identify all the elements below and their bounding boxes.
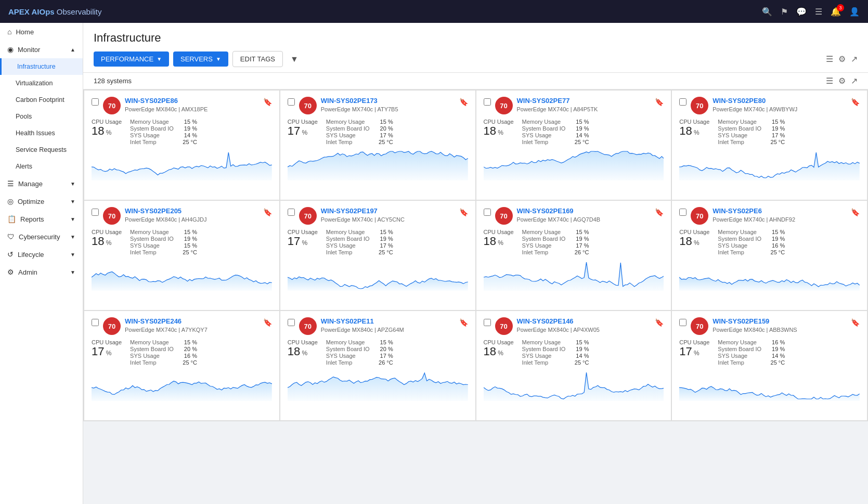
server-name[interactable]: WIN-SYS02PE173 [321, 97, 455, 106]
tag-icon[interactable]: 🔖 [655, 98, 664, 106]
performance-button[interactable]: PERFORMANCE ▼ [94, 51, 169, 67]
sidebar-item-monitor[interactable]: ◉ Monitor ▲ [0, 41, 83, 58]
sparkline-chart [288, 260, 468, 291]
sidebar-item-pools[interactable]: Pools [0, 108, 83, 125]
tag-icon[interactable]: 🔖 [851, 318, 860, 327]
edit-tags-button[interactable]: EDIT TAGS [232, 51, 283, 67]
server-card-grid: 70 WIN-SYS02PE86 PowerEdge MX840c | AMX1… [83, 89, 868, 421]
sidebar-item-home[interactable]: ⌂ Home [0, 23, 83, 41]
grid-list-toggle[interactable]: ☰ [826, 76, 833, 86]
sidebar-item-health-issues[interactable]: Health Issues [0, 125, 83, 141]
sidebar-item-cybersecurity[interactable]: 🛡 Cybersecurity ▼ [0, 228, 83, 245]
chevron-down-icon-5: ▼ [70, 252, 75, 257]
sidebar-item-service-requests[interactable]: Service Requests [0, 141, 83, 158]
metric-value: 15 % [576, 339, 589, 345]
tag-icon[interactable]: 🔖 [655, 208, 664, 216]
tag-icon[interactable]: 🔖 [851, 98, 860, 106]
filter-button[interactable]: ▼ [287, 53, 302, 66]
sidebar-item-optimize[interactable]: ◎ Optimize ▼ [0, 192, 83, 210]
card-checkbox[interactable] [288, 98, 295, 106]
tag-icon[interactable]: 🔖 [263, 318, 272, 327]
tag-icon[interactable]: 🔖 [851, 208, 860, 216]
sidebar-item-lifecycle[interactable]: ↺ Lifecycle ▼ [0, 245, 83, 263]
card-checkbox[interactable] [92, 209, 99, 216]
server-card[interactable]: 70 WIN-SYS02PE11 PowerEdge MX840c | APZG… [280, 311, 475, 420]
list-view-button[interactable]: ☰ [826, 54, 833, 64]
server-name[interactable]: WIN-SYS02PE246 [125, 317, 259, 326]
server-card[interactable]: 70 WIN-SYS02PE77 PowerEdge MX740c | A84P… [476, 91, 671, 200]
server-card[interactable]: 70 WIN-SYS02PE159 PowerEdge MX840c | ABB… [672, 311, 867, 420]
chart-area [92, 381, 272, 401]
server-name[interactable]: WIN-SYS02PE205 [125, 207, 259, 216]
tag-icon[interactable]: 🔖 [459, 98, 468, 106]
server-name[interactable]: WIN-SYS02PE169 [517, 207, 651, 216]
sidebar-item-alerts[interactable]: Alerts [0, 158, 83, 175]
card-header: 70 WIN-SYS02PE169 PowerEdge MX740c | AGQ… [484, 207, 664, 225]
server-name[interactable]: WIN-SYS02PE86 [125, 97, 259, 106]
tag-icon[interactable]: 🔖 [459, 318, 468, 327]
card-checkbox[interactable] [484, 209, 491, 216]
sidebar-item-carbon-footprint[interactable]: Carbon Footprint [0, 92, 83, 108]
metric-label: SYS Usage [718, 132, 747, 138]
server-name[interactable]: WIN-SYS02PE146 [517, 317, 651, 326]
share-button[interactable]: ↗ [851, 76, 858, 86]
card-header: 70 WIN-SYS02PE86 PowerEdge MX840c | AMX1… [92, 97, 272, 114]
metric-value: 20 % [380, 346, 393, 352]
card-checkbox[interactable] [92, 319, 99, 326]
sidebar-item-virtualization[interactable]: Virtualization [0, 75, 83, 92]
server-name[interactable]: WIN-SYS02PE159 [712, 317, 847, 326]
chat-icon[interactable]: 💬 [796, 7, 807, 17]
chevron-up-icon: ▲ [70, 47, 75, 53]
sidebar-item-manage[interactable]: ☰ Manage ▼ [0, 175, 83, 192]
server-name[interactable]: WIN-SYS02PE6 [712, 207, 847, 216]
card-checkbox[interactable] [484, 98, 491, 106]
card-checkbox[interactable] [484, 319, 491, 326]
server-card[interactable]: 70 WIN-SYS02PE197 PowerEdge MX740c | ACY… [280, 201, 475, 310]
server-model: PowerEdge MX840c | APZG64M [321, 327, 455, 333]
tag-icon[interactable]: 🔖 [263, 208, 272, 216]
metric-label: Inlet Temp [522, 359, 549, 366]
list-icon[interactable]: ☰ [815, 7, 822, 17]
sidebar-item-admin[interactable]: ⚙ Admin ▼ [0, 263, 83, 281]
server-card[interactable]: 70 WIN-SYS02PE173 PowerEdge MX740c | ATY… [280, 91, 475, 200]
sidebar-item-infrastructure[interactable]: Infrastructure [0, 58, 83, 75]
tag-icon[interactable]: 🔖 [655, 318, 664, 327]
server-card[interactable]: 70 WIN-SYS02PE205 PowerEdge MX840c | AH4… [84, 201, 279, 310]
alert-icon[interactable]: 🔔 3 [831, 7, 841, 17]
card-checkbox[interactable] [288, 209, 295, 216]
card-metrics: CPU Usage 17 % Memory Usage 16 % System … [679, 339, 860, 366]
server-card[interactable]: 70 WIN-SYS02PE80 PowerEdge MX740c | A9WB… [672, 91, 867, 200]
servers-button[interactable]: SERVERS ▼ [173, 51, 228, 67]
sparkline-chart [484, 370, 664, 401]
sidebar-item-reports[interactable]: 📋 Reports ▼ [0, 210, 83, 228]
metric-value: 16 % [772, 339, 785, 345]
card-checkbox[interactable] [288, 319, 295, 326]
card-checkbox[interactable] [679, 98, 686, 106]
tag-icon[interactable]: 🔖 [459, 208, 468, 216]
cpu-unit: % [300, 350, 307, 357]
card-header: 70 WIN-SYS02PE11 PowerEdge MX840c | APZG… [288, 317, 468, 335]
bookmark-icon[interactable]: ⚑ [781, 7, 788, 17]
server-card[interactable]: 70 WIN-SYS02PE146 PowerEdge MX840c | AP4… [476, 311, 671, 420]
server-card[interactable]: 70 WIN-SYS02PE169 PowerEdge MX740c | AGQ… [476, 201, 671, 310]
tag-icon[interactable]: 🔖 [263, 98, 272, 106]
server-name[interactable]: WIN-SYS02PE77 [517, 97, 651, 106]
cpu-value: 17 [679, 345, 692, 358]
server-card[interactable]: 70 WIN-SYS02PE86 PowerEdge MX840c | AMX1… [84, 91, 279, 200]
card-checkbox[interactable] [679, 209, 686, 216]
column-settings[interactable]: ⚙ [838, 76, 846, 86]
card-checkbox[interactable] [679, 319, 686, 326]
card-chart [92, 149, 272, 180]
export-button[interactable]: ↗ [851, 54, 858, 64]
server-card[interactable]: 70 WIN-SYS02PE246 PowerEdge MX740c | A7Y… [84, 311, 279, 420]
server-name[interactable]: WIN-SYS02PE11 [321, 317, 455, 326]
home-icon: ⌂ [7, 28, 11, 36]
search-icon[interactable]: 🔍 [762, 7, 772, 17]
card-checkbox[interactable] [92, 98, 99, 106]
cpu-metric: CPU Usage 18 % [679, 119, 709, 145]
server-card[interactable]: 70 WIN-SYS02PE6 PowerEdge MX740c | AHNDF… [672, 201, 867, 310]
server-name[interactable]: WIN-SYS02PE197 [321, 207, 455, 216]
server-name[interactable]: WIN-SYS02PE80 [712, 97, 847, 106]
settings-button[interactable]: ⚙ [838, 54, 846, 64]
user-icon[interactable]: 👤 [849, 7, 860, 17]
